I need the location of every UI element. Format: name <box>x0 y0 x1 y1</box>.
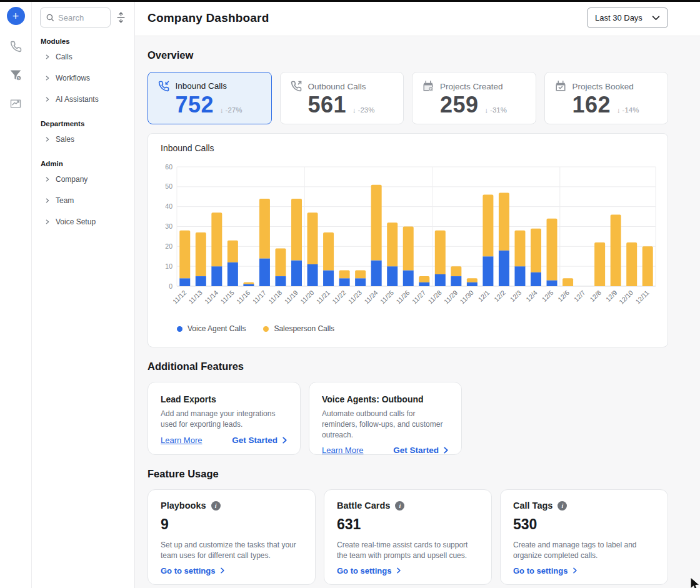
bar-segment[interactable] <box>531 272 541 286</box>
bar-segment[interactable] <box>611 214 621 286</box>
chevron-right-icon <box>282 437 288 444</box>
stat-card-inbound-calls[interactable]: Inbound Calls 752 ↓-27% <box>148 72 272 124</box>
bar-segment[interactable] <box>547 219 558 281</box>
bar-segment[interactable] <box>435 231 446 274</box>
bar-segment[interactable] <box>594 242 605 286</box>
go-to-settings-link[interactable]: Go to settings <box>337 566 479 576</box>
bar-segment[interactable] <box>275 249 286 277</box>
learn-more-link[interactable]: Learn More <box>161 436 202 445</box>
bar-segment[interactable] <box>211 212 222 266</box>
go-to-settings-link[interactable]: Go to settings <box>513 566 655 576</box>
sidebar-item-label: Workflows <box>56 74 90 82</box>
filter-funnel-badge-icon[interactable]: $ <box>9 68 22 82</box>
stat-card-projects-created[interactable]: Projects Created 259 ↓-31% <box>412 72 536 124</box>
sidebar-item-company[interactable]: Company <box>40 169 127 190</box>
bar-segment[interactable] <box>211 266 222 286</box>
usage-card-battle-cards: Battle Cards i 631 Create real-time assi… <box>324 489 492 585</box>
bar-segment[interactable] <box>403 227 414 271</box>
feature-card-lead-exports: Lead Exports Add and manage your integra… <box>148 382 301 455</box>
bar-segment[interactable] <box>531 229 541 272</box>
bar-segment[interactable] <box>308 264 318 286</box>
chevron-down-icon <box>652 16 660 21</box>
stat-value: 259 <box>440 92 479 118</box>
bar-segment[interactable] <box>547 280 558 286</box>
bar-segment[interactable] <box>499 251 509 286</box>
stat-label: Outbound Calls <box>308 82 366 91</box>
bar-segment[interactable] <box>482 256 493 286</box>
sidebar-item-ai-assistants[interactable]: AI Assistants <box>40 89 127 110</box>
expand-collapse-icon[interactable] <box>114 10 127 25</box>
sidebar-item-voice-setup[interactable]: Voice Setup <box>40 211 127 232</box>
bar-segment[interactable] <box>467 282 478 286</box>
bar-segment[interactable] <box>387 266 398 286</box>
usage-value: 530 <box>513 516 655 533</box>
bar-segment[interactable] <box>467 278 478 282</box>
stat-card-projects-booked[interactable]: Projects Booked 162 ↓-14% <box>544 72 669 124</box>
bar-segment[interactable] <box>387 222 398 266</box>
bar-segment[interactable] <box>323 232 334 270</box>
bar-segment[interactable] <box>451 266 461 276</box>
sidebar-item-sales[interactable]: Sales <box>40 129 127 150</box>
bar-segment[interactable] <box>243 282 254 284</box>
sidebar-item-label: AI Assistants <box>56 95 99 104</box>
stat-card-outbound-calls[interactable]: Outbound Calls 561 ↓-23% <box>280 72 404 124</box>
bar-segment[interactable] <box>355 278 366 286</box>
bar-segment[interactable] <box>403 271 414 286</box>
bar-segment[interactable] <box>196 232 206 276</box>
stat-value: 561 <box>308 92 347 118</box>
bar-segment[interactable] <box>562 278 573 286</box>
phone-icon[interactable] <box>9 39 22 53</box>
bar-segment[interactable] <box>514 266 525 286</box>
legend-salesperson-calls[interactable]: Salesperson Calls <box>263 324 334 333</box>
stat-value: 162 <box>572 92 611 118</box>
date-range-dropdown[interactable]: Last 30 Days <box>587 7 668 28</box>
bar-segment[interactable] <box>291 199 302 261</box>
bar-segment[interactable] <box>259 258 270 286</box>
search-box[interactable] <box>40 7 111 27</box>
bar-segment[interactable] <box>435 274 446 286</box>
bar-segment[interactable] <box>371 261 382 286</box>
svg-text:12/11: 12/11 <box>634 289 651 306</box>
search-input[interactable] <box>58 13 102 22</box>
svg-text:11/25: 11/25 <box>379 289 396 306</box>
add-button[interactable]: + <box>7 7 25 25</box>
bar-segment[interactable] <box>308 212 318 264</box>
bar-segment[interactable] <box>499 192 509 250</box>
svg-text:11/23: 11/23 <box>347 289 364 306</box>
get-started-link[interactable]: Get Started <box>232 436 288 445</box>
bar-segment[interactable] <box>275 276 286 286</box>
bar-segment[interactable] <box>196 276 206 286</box>
get-started-link[interactable]: Get Started <box>393 446 449 455</box>
bar-segment[interactable] <box>626 242 637 286</box>
bar-segment[interactable] <box>228 241 238 262</box>
bar-segment[interactable] <box>419 282 429 286</box>
sidebar-item-workflows[interactable]: Workflows <box>40 67 127 89</box>
bar-segment[interactable] <box>514 231 525 266</box>
bar-segment[interactable] <box>419 276 429 282</box>
chevron-right-icon <box>45 97 50 102</box>
bar-segment[interactable] <box>339 278 350 286</box>
analytics-chart-icon[interactable] <box>9 97 22 111</box>
svg-text:0: 0 <box>169 282 172 290</box>
bar-segment[interactable] <box>371 185 382 261</box>
go-to-settings-link[interactable]: Go to settings <box>161 566 302 576</box>
legend-voice-agent-calls[interactable]: Voice Agent Calls <box>177 324 246 333</box>
bar-segment[interactable] <box>243 284 254 286</box>
bar-segment[interactable] <box>259 199 270 259</box>
info-icon[interactable]: i <box>395 501 404 511</box>
bar-segment[interactable] <box>482 195 493 257</box>
info-icon[interactable]: i <box>558 501 567 511</box>
bar-segment[interactable] <box>355 271 366 279</box>
bar-segment[interactable] <box>228 262 238 286</box>
bar-segment[interactable] <box>179 231 190 278</box>
sidebar-item-team[interactable]: Team <box>40 190 127 211</box>
sidebar-item-calls[interactable]: Calls <box>40 46 127 67</box>
bar-segment[interactable] <box>179 278 190 286</box>
info-icon[interactable]: i <box>211 501 221 511</box>
bar-segment[interactable] <box>323 271 334 286</box>
bar-segment[interactable] <box>291 261 302 286</box>
bar-segment[interactable] <box>642 246 653 286</box>
bar-segment[interactable] <box>451 276 461 286</box>
learn-more-link[interactable]: Learn More <box>322 446 363 455</box>
bar-segment[interactable] <box>339 271 350 279</box>
